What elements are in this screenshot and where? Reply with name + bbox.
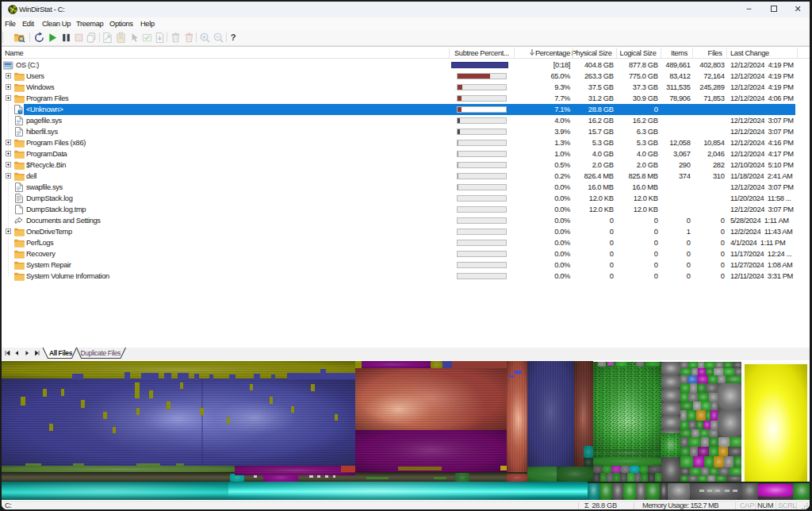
svg-text:All Files: All Files	[49, 349, 73, 357]
svg-text:Duplicate Files: Duplicate Files	[81, 349, 121, 357]
